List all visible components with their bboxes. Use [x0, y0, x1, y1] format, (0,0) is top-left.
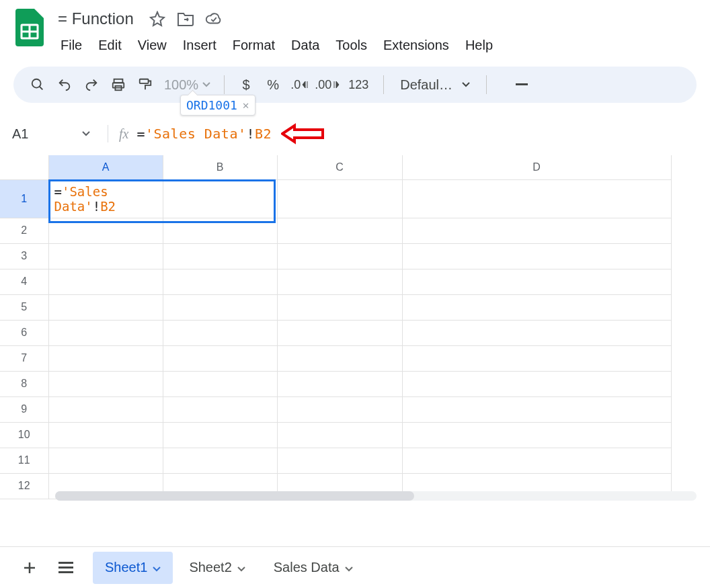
- print-icon[interactable]: [106, 73, 130, 97]
- format-percent-button[interactable]: %: [261, 73, 285, 97]
- row-header[interactable]: 9: [0, 396, 48, 422]
- row-header[interactable]: 4: [0, 269, 48, 294]
- row-header[interactable]: 11: [0, 448, 48, 473]
- cell[interactable]: [277, 243, 402, 269]
- cell[interactable]: [402, 179, 671, 218]
- undo-icon[interactable]: [52, 73, 77, 97]
- menu-help[interactable]: Help: [459, 34, 500, 57]
- cloud-status-icon[interactable]: [205, 10, 223, 28]
- all-sheets-button[interactable]: [50, 552, 82, 584]
- more-formats-button[interactable]: 123: [343, 73, 374, 97]
- row-header[interactable]: 2: [0, 218, 48, 243]
- font-dropdown[interactable]: Defaul…: [393, 77, 477, 93]
- horizontal-scrollbar[interactable]: [55, 491, 697, 501]
- cell[interactable]: [402, 294, 671, 320]
- sheets-logo-icon[interactable]: [13, 7, 46, 48]
- cell[interactable]: [48, 396, 163, 422]
- menu-tools[interactable]: Tools: [329, 34, 374, 57]
- menu-extensions[interactable]: Extensions: [377, 34, 456, 57]
- menu-edit[interactable]: Edit: [91, 34, 128, 57]
- star-icon[interactable]: [149, 10, 166, 28]
- menu-data[interactable]: Data: [284, 34, 326, 57]
- cell[interactable]: [163, 243, 277, 269]
- cell[interactable]: [277, 345, 402, 371]
- cell[interactable]: [163, 371, 277, 396]
- cell[interactable]: [402, 422, 671, 448]
- cell[interactable]: [277, 422, 402, 448]
- cell[interactable]: [277, 396, 402, 422]
- cell[interactable]: [48, 371, 163, 396]
- column-header[interactable]: C: [277, 155, 402, 179]
- cell[interactable]: [277, 320, 402, 345]
- select-all-corner[interactable]: [0, 155, 48, 179]
- redo-icon[interactable]: [79, 73, 104, 97]
- cell[interactable]: [48, 243, 163, 269]
- sheet-tab[interactable]: Sheet2: [177, 552, 257, 584]
- cell[interactable]: [402, 269, 671, 294]
- sheet-tab[interactable]: Sales Data: [262, 552, 365, 584]
- sheet-tab[interactable]: Sheet1: [93, 552, 173, 584]
- cell[interactable]: [163, 294, 277, 320]
- decrease-font-button[interactable]: [510, 73, 534, 97]
- scrollbar-thumb[interactable]: [55, 491, 414, 501]
- column-header[interactable]: D: [402, 155, 671, 179]
- move-folder-icon[interactable]: [177, 10, 194, 28]
- cell[interactable]: [277, 294, 402, 320]
- menu-insert[interactable]: Insert: [176, 34, 223, 57]
- search-icon[interactable]: [26, 73, 50, 97]
- increase-decimal-button[interactable]: .00: [315, 73, 340, 97]
- cell[interactable]: [402, 371, 671, 396]
- cell[interactable]: [402, 448, 671, 473]
- cell[interactable]: [402, 218, 671, 243]
- row-header[interactable]: 5: [0, 294, 48, 320]
- formula-input[interactable]: ='Sales Data'!B2: [136, 126, 272, 142]
- cell[interactable]: [48, 269, 163, 294]
- cell[interactable]: [163, 422, 277, 448]
- cell[interactable]: [163, 179, 277, 218]
- cell[interactable]: [163, 218, 277, 243]
- cell[interactable]: [48, 218, 163, 243]
- cell[interactable]: [277, 269, 402, 294]
- cell[interactable]: [402, 320, 671, 345]
- column-header[interactable]: A: [48, 155, 163, 179]
- row-header[interactable]: 8: [0, 371, 48, 396]
- cell[interactable]: [163, 396, 277, 422]
- cell[interactable]: [402, 396, 671, 422]
- cell[interactable]: [402, 243, 671, 269]
- zoom-dropdown[interactable]: 100%: [160, 77, 214, 93]
- cell[interactable]: [277, 448, 402, 473]
- row-header[interactable]: 7: [0, 345, 48, 371]
- chevron-down-icon[interactable]: [153, 560, 161, 575]
- menu-file[interactable]: File: [54, 34, 89, 57]
- row-header[interactable]: 10: [0, 422, 48, 448]
- name-box[interactable]: A1: [9, 126, 97, 142]
- chevron-down-icon[interactable]: [345, 560, 353, 575]
- cell[interactable]: [402, 345, 671, 371]
- document-title[interactable]: = Function: [54, 8, 138, 30]
- cell[interactable]: [163, 448, 277, 473]
- row-header[interactable]: 6: [0, 320, 48, 345]
- cell[interactable]: [48, 345, 163, 371]
- cell[interactable]: [277, 371, 402, 396]
- spreadsheet-grid[interactable]: ABCD1='Sales Data'!B223456789101112: [0, 155, 710, 499]
- cell[interactable]: [48, 422, 163, 448]
- close-icon[interactable]: ✕: [243, 99, 249, 112]
- cell[interactable]: [163, 269, 277, 294]
- column-header[interactable]: B: [163, 155, 277, 179]
- row-header[interactable]: 3: [0, 243, 48, 269]
- menu-view[interactable]: View: [131, 34, 173, 57]
- add-sheet-button[interactable]: [13, 552, 46, 584]
- cell[interactable]: [277, 218, 402, 243]
- row-header[interactable]: 12: [0, 473, 48, 499]
- cell[interactable]: [48, 320, 163, 345]
- chevron-down-icon[interactable]: [237, 560, 245, 575]
- cell[interactable]: [277, 179, 402, 218]
- cell[interactable]: ='Sales Data'!B2: [48, 179, 163, 218]
- row-header[interactable]: 1: [0, 179, 48, 218]
- cell[interactable]: [163, 320, 277, 345]
- cell[interactable]: [48, 294, 163, 320]
- decrease-decimal-button[interactable]: .0: [288, 73, 312, 97]
- menu-format[interactable]: Format: [226, 34, 282, 57]
- paint-format-icon[interactable]: [133, 73, 157, 97]
- cell[interactable]: [48, 448, 163, 473]
